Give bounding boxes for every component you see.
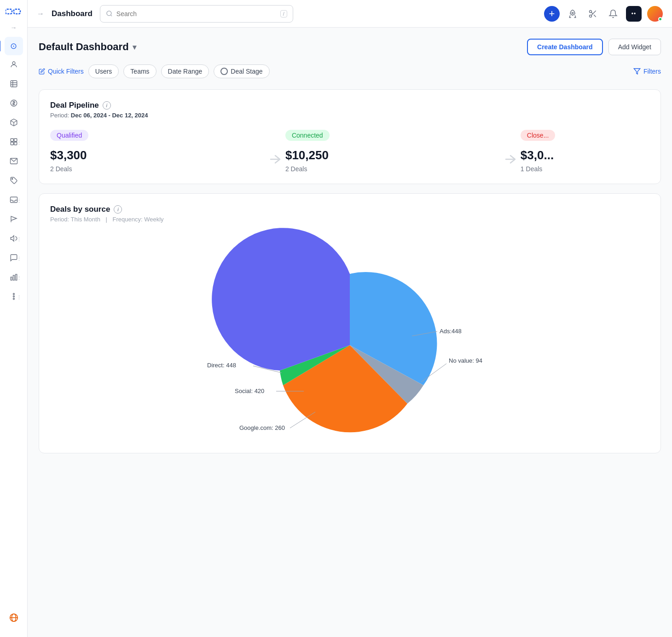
dashboard-header: Default Dashboard ▾ Create Dashboard Add… bbox=[39, 39, 661, 55]
deals-by-source-widget: Deals by source i Period: This Month | F… bbox=[39, 193, 661, 453]
svg-rect-5 bbox=[11, 139, 13, 141]
sidebar-item-mail[interactable] bbox=[5, 153, 23, 171]
deal-stage-icon bbox=[220, 68, 228, 75]
create-button[interactable]: + bbox=[544, 6, 560, 22]
back-arrow[interactable]: → bbox=[37, 10, 44, 18]
deal-stage-filter-chip[interactable]: Deal Stage bbox=[214, 64, 269, 78]
search-input[interactable] bbox=[116, 10, 277, 17]
chat-button[interactable]: •• bbox=[626, 6, 642, 22]
social-label: Social: 420 bbox=[235, 388, 264, 394]
search-bar[interactable]: / bbox=[100, 5, 293, 23]
reports-menu-dots[interactable]: ⋮ bbox=[17, 276, 22, 281]
pie-slice-google bbox=[212, 228, 350, 371]
chat-dots-icon: •• bbox=[631, 11, 636, 17]
filters-label: Filters bbox=[643, 68, 661, 75]
user-icon bbox=[10, 60, 18, 71]
svg-rect-11 bbox=[10, 197, 17, 203]
more-menu-dots[interactable]: ⋮ bbox=[17, 295, 22, 300]
deal-pipeline-info[interactable]: i bbox=[103, 101, 111, 110]
campaigns-menu-dots[interactable]: ⋮ bbox=[17, 237, 22, 242]
rocket-button[interactable] bbox=[565, 6, 580, 21]
svg-rect-1 bbox=[14, 9, 20, 14]
pipeline-stage-connected: Connected $10,250 2 Deals bbox=[285, 130, 500, 173]
user-avatar[interactable] bbox=[647, 6, 663, 22]
sidebar-row-widgets: ⋮ bbox=[5, 133, 23, 152]
nav-actions: + •• bbox=[544, 6, 663, 22]
mail-icon bbox=[10, 157, 18, 168]
dollar-icon bbox=[10, 99, 18, 110]
scissors-button[interactable] bbox=[585, 6, 600, 21]
google-label: Google.com: 260 bbox=[239, 424, 285, 431]
dashboard-title-text: Default Dashboard bbox=[39, 41, 129, 53]
sidebar-item-goals[interactable] bbox=[5, 211, 23, 229]
sidebar-item-table[interactable] bbox=[5, 75, 23, 94]
date-range-filter-chip[interactable]: Date Range bbox=[161, 64, 209, 78]
sidebar-row-chat: ⋮ bbox=[5, 249, 23, 268]
deals-by-source-period: Period: This Month | Frequency: Weekly bbox=[50, 216, 649, 223]
stage-amount-closed: $3,0... bbox=[521, 148, 649, 162]
flag-icon bbox=[10, 215, 18, 226]
svg-point-16 bbox=[13, 293, 14, 295]
svg-point-20 bbox=[107, 11, 111, 16]
svg-point-22 bbox=[590, 10, 592, 12]
stage-deals-connected: 2 Deals bbox=[285, 165, 500, 173]
sidebar-collapse-arrow[interactable]: → bbox=[11, 24, 17, 31]
widgets-menu-dots[interactable]: ⋮ bbox=[17, 140, 22, 145]
pipeline-arrow-1 bbox=[265, 130, 285, 166]
sidebar-item-settings[interactable] bbox=[5, 609, 23, 628]
deals-by-source-info[interactable]: i bbox=[114, 205, 122, 214]
topnav: → Dashboard / + •• bbox=[28, 0, 672, 28]
cube-icon bbox=[10, 118, 18, 129]
main-content: → Dashboard / + •• bbox=[28, 0, 672, 637]
filter-icon bbox=[633, 68, 641, 75]
sidebar-item-dashboard[interactable]: ⊙ bbox=[5, 37, 23, 55]
dashboard-title[interactable]: Default Dashboard ▾ bbox=[39, 41, 136, 53]
sidebar: → ⊙ bbox=[0, 0, 28, 637]
sidebar-item-tags[interactable] bbox=[5, 172, 23, 191]
quick-filters-label: Quick Filters bbox=[48, 68, 84, 75]
sidebar-row-reports: ⋮ bbox=[5, 269, 23, 287]
sidebar-nav: ⊙ ⋮ bbox=[0, 37, 27, 307]
quick-filters-button[interactable]: Quick Filters bbox=[39, 68, 84, 75]
sidebar-bottom bbox=[5, 609, 23, 631]
search-shortcut: / bbox=[280, 10, 287, 17]
dashboard-icon: ⊙ bbox=[10, 41, 17, 51]
stage-deals-qualified: 2 Deals bbox=[50, 165, 265, 173]
create-dashboard-button[interactable]: Create Dashboard bbox=[527, 39, 603, 55]
novalue-label: No value: 94 bbox=[449, 357, 482, 364]
scissors-icon bbox=[588, 9, 597, 18]
sidebar-item-products[interactable] bbox=[5, 114, 23, 133]
sidebar-item-deals[interactable] bbox=[5, 95, 23, 113]
pie-chart: No value: 94 Social: 420 Direct: 448 Ads… bbox=[189, 239, 511, 433]
search-icon bbox=[106, 10, 113, 17]
pie-slices bbox=[212, 228, 437, 432]
globe-icon bbox=[9, 613, 19, 625]
svg-rect-3 bbox=[11, 81, 17, 87]
bell-icon bbox=[608, 9, 618, 18]
dashboard-actions: Create Dashboard Add Widget bbox=[527, 39, 661, 55]
ads-label: Ads:448 bbox=[440, 328, 462, 335]
svg-point-15 bbox=[13, 295, 14, 297]
sidebar-row-campaigns: ⋮ bbox=[5, 230, 23, 249]
deals-by-source-title: Deals by source i bbox=[50, 205, 649, 214]
stage-amount-qualified: $3,300 bbox=[50, 148, 265, 162]
chat-menu-dots[interactable]: ⋮ bbox=[17, 256, 22, 261]
svg-rect-12 bbox=[11, 277, 12, 280]
teams-filter-chip[interactable]: Teams bbox=[123, 64, 156, 78]
sidebar-logo[interactable] bbox=[5, 6, 23, 20]
plus-icon: + bbox=[549, 9, 555, 19]
filters-button[interactable]: Filters bbox=[633, 68, 661, 75]
pie-chart-container: No value: 94 Social: 420 Direct: 448 Ads… bbox=[50, 230, 649, 442]
sidebar-item-users[interactable] bbox=[5, 56, 23, 75]
users-filter-chip[interactable]: Users bbox=[88, 64, 119, 78]
stage-badge-connected: Connected bbox=[285, 130, 330, 141]
pipeline-stage-qualified: Qualified $3,300 2 Deals bbox=[50, 130, 265, 173]
sidebar-row-inbox: ⋮ bbox=[5, 191, 23, 210]
add-widget-button[interactable]: Add Widget bbox=[608, 39, 661, 55]
online-indicator bbox=[658, 17, 662, 21]
tag-icon bbox=[10, 176, 18, 187]
svg-point-21 bbox=[572, 12, 573, 13]
bell-button[interactable] bbox=[606, 6, 620, 21]
inbox-menu-dots[interactable]: ⋮ bbox=[17, 198, 22, 203]
table-icon bbox=[10, 80, 18, 90]
